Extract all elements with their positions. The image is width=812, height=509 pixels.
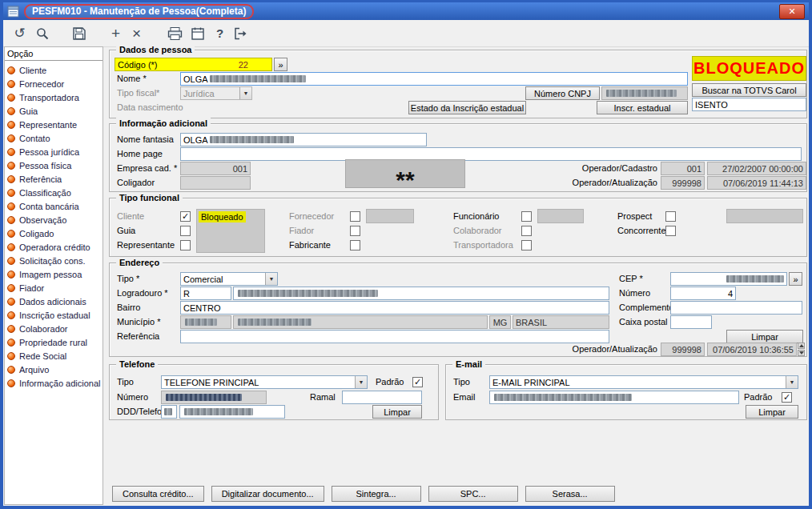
telefone-padrao-checkbox[interactable] [412, 377, 423, 387]
delete-button[interactable]: × [127, 23, 147, 43]
sidebar-item[interactable]: Rede Social [5, 349, 103, 363]
date-spinner[interactable] [798, 343, 805, 356]
home-page-field[interactable] [180, 147, 802, 161]
sidebar-item[interactable]: Transportadora [5, 90, 103, 104]
sidebar-item[interactable]: Arquivo [5, 363, 103, 376]
sidebar-item-label: Imagem pessoa [19, 270, 82, 279]
sidebar-item[interactable]: Fiador [5, 281, 103, 295]
telefone-tipo-combo[interactable]: TELEFONE PRINCIPAL ▼ [161, 375, 368, 389]
sidebar-item[interactable]: Classificação [5, 186, 103, 199]
help-icon: ? [216, 26, 223, 40]
search-button[interactable] [32, 23, 52, 43]
representante-checkbox[interactable] [180, 240, 191, 250]
email-padrao-checkbox[interactable] [782, 392, 792, 403]
empresa-cad-value: 001 [233, 164, 247, 174]
group-tipo-funcional: Tipo funcional Cliente Bloqueado Guia Re… [109, 198, 807, 257]
sidebar-item[interactable]: Informação adicional [5, 376, 103, 390]
email-tipo-combo[interactable]: E-MAIL PRINCIPAL ▼ [489, 375, 798, 389]
close-button[interactable]: ✕ [779, 4, 805, 19]
save-button[interactable] [69, 23, 89, 43]
sidebar-item[interactable]: Solicitação cons. [5, 254, 103, 267]
sidebar-item[interactable]: Contato [5, 131, 103, 145]
numero-field[interactable]: 4 [670, 287, 736, 300]
add-button[interactable]: + [106, 23, 126, 43]
estado-inscricao-estadual-button[interactable]: Estado da Inscrição estadual [408, 101, 526, 114]
cep-lookup-button[interactable]: » [789, 272, 802, 286]
exit-button[interactable] [231, 23, 251, 43]
funcionario-label: Funcionário [453, 210, 499, 223]
guia-checkbox[interactable] [180, 226, 191, 236]
print-button[interactable] [165, 23, 185, 43]
colaborador-checkbox[interactable] [521, 226, 532, 236]
sidebar-item[interactable]: Dados adicionais [5, 295, 103, 308]
endereco-limpar-button[interactable]: Limpar [726, 330, 803, 343]
fornecedor-checkbox[interactable] [350, 211, 360, 222]
logradouro-tipo-field[interactable]: R [180, 287, 231, 300]
funcionario-checkbox[interactable] [521, 211, 532, 222]
cep-field[interactable] [670, 272, 787, 286]
sidebar-header: Opção [5, 47, 103, 61]
sidebar-item-label: Fornecedor [19, 79, 64, 89]
cliente-checkbox[interactable] [180, 211, 191, 222]
caixa-postal-field[interactable] [670, 315, 712, 329]
chevron-down-icon: ▼ [265, 273, 277, 285]
sidebar-item[interactable]: Operadora crédito [5, 240, 103, 254]
footer-button[interactable]: Consulta crédito... [112, 486, 204, 502]
logradouro-field[interactable] [233, 287, 609, 300]
nome-field[interactable]: OLGA [180, 72, 688, 86]
codigo-field[interactable]: Código (*) 22 [115, 58, 272, 71]
sidebar-item[interactable]: Pessoa jurídica [5, 145, 103, 158]
sidebar-item[interactable]: Conta bancária [5, 199, 103, 213]
refresh-button[interactable]: ↺ [10, 23, 30, 43]
inscr-estadual-button[interactable]: Inscr. estadual [597, 101, 688, 114]
numero-cnpj-button[interactable]: Número CNPJ [525, 86, 600, 100]
ramal-field[interactable] [342, 391, 422, 404]
complemento-field[interactable] [670, 301, 802, 315]
email-limpar-button[interactable]: Limpar [746, 405, 798, 419]
help-button[interactable]: ? [210, 23, 230, 43]
sidebar-item[interactable]: Guia [5, 104, 103, 118]
spinner-up-icon[interactable] [798, 343, 805, 349]
prospect-checkbox[interactable] [665, 211, 676, 222]
redacted-value [606, 90, 677, 97]
sidebar-item[interactable]: Pessoa física [5, 158, 103, 172]
telefone-limpar-button[interactable]: Limpar [372, 405, 422, 419]
numero-value: 4 [728, 289, 733, 299]
title-bar[interactable]: PESFM010 - Manutenção de Pessoa(Completa… [3, 2, 809, 20]
footer-button[interactable]: Sintegra... [332, 486, 421, 502]
footer-button[interactable]: Serasa... [525, 486, 615, 502]
codigo-lookup-button[interactable]: » [274, 58, 287, 71]
transportadora-checkbox[interactable] [521, 240, 532, 250]
footer-button[interactable]: Digitalizar documento... [211, 486, 324, 502]
ddd-field[interactable] [161, 405, 177, 419]
nome-fantasia-field[interactable]: OLGA [180, 133, 427, 146]
calendar-button[interactable] [187, 23, 207, 43]
concorrente-checkbox[interactable] [665, 226, 676, 236]
footer-button[interactable]: SPC... [428, 486, 518, 502]
prospect-label: Prospect [617, 210, 652, 223]
sidebar-item[interactable]: Fornecedor [5, 77, 103, 90]
buscar-totvs-carol-button[interactable]: Buscar na TOTVS Carol [692, 83, 806, 97]
sidebar-item[interactable]: Colaborador [5, 322, 103, 335]
ddd-telefone-numero-field[interactable] [179, 405, 285, 419]
sidebar-item[interactable]: Representante [5, 118, 103, 131]
sidebar-item[interactable]: Inscrição estadual [5, 308, 103, 322]
email-field[interactable] [489, 391, 739, 404]
sidebar-item[interactable]: Observação [5, 213, 103, 226]
fabricante-checkbox[interactable] [350, 240, 360, 250]
endereco-tipo-combo[interactable]: Comercial ▼ [180, 272, 278, 286]
cliente-label: Cliente [117, 210, 144, 223]
sidebar-item[interactable]: Cliente [5, 63, 103, 77]
sidebar-item[interactable]: Propriedade rural [5, 335, 103, 349]
sidebar-item[interactable]: Referência [5, 172, 103, 186]
sidebar-item[interactable]: Imagem pessoa [5, 267, 103, 281]
option-bullet-icon [7, 271, 15, 279]
inscr-estadual-field[interactable]: ISENTO [692, 98, 806, 111]
spinner-down-icon[interactable] [798, 350, 805, 356]
nome-fantasia-value: OLGA [183, 135, 208, 145]
sidebar-item[interactable]: Coligado [5, 226, 103, 240]
bairro-field[interactable]: CENTRO [180, 301, 609, 315]
fiador-checkbox[interactable] [350, 226, 360, 236]
referencia-field[interactable] [180, 330, 609, 343]
sidebar-item-label: Informação adicional [19, 379, 101, 388]
